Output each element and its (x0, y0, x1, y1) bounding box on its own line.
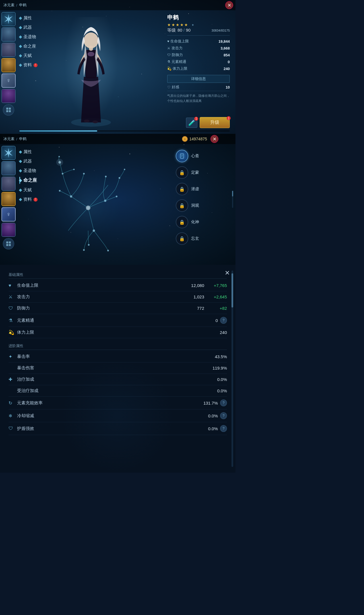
constellation-name-3: 潜虚 (191, 186, 199, 192)
sidebar-avatar-shenhe[interactable]: ♀ (1, 73, 16, 88)
sidebar-avatar-char1[interactable] (1, 27, 16, 42)
svg-rect-4 (9, 110, 11, 112)
upgrade-area: 🧪 1 升级 1 (186, 117, 230, 128)
svg-point-26 (83, 173, 85, 175)
constellation-name-4: 洞观 (191, 203, 199, 208)
stats-row-em: ⚗ 元素精通 0 ? (9, 314, 227, 327)
sidebar2-avatar-shenhe[interactable]: ♀ (1, 207, 16, 222)
def-stat-label: 防御力 (17, 306, 181, 311)
cooldown-help[interactable]: ? (220, 412, 227, 419)
svg-rect-15 (6, 244, 8, 246)
nav2-diamond-artifacts (19, 169, 22, 172)
stats-main-panel: ✕ 基础属性 ♥ 生命值上限 12,080 +7,765 ⚔ 攻击力 1,023… (0, 265, 235, 441)
breadcrumb-element: 冰元素 (3, 3, 15, 8)
svg-point-34 (124, 169, 125, 170)
sidebar2-avatar2[interactable] (1, 177, 16, 191)
def-stat-bonus: +82 (204, 306, 227, 311)
stat-row-energy: 💫 体力上限 240 (167, 65, 230, 72)
svg-point-38 (58, 161, 61, 164)
stats-row-hp: ♥ 生命值上限 12,080 +7,765 (9, 280, 227, 291)
advanced-stats-title: 进阶属性 (9, 342, 227, 350)
constellation-icon-6[interactable]: 🔒 (176, 232, 188, 245)
constellation-name-6: 忘玄 (191, 236, 199, 241)
nav-item-artifacts[interactable]: 圣遗物 (19, 34, 38, 40)
svg-point-7 (88, 52, 94, 56)
energy-recharge-help[interactable]: ? (220, 399, 227, 406)
cooldown-icon: ❄ (9, 413, 17, 419)
sidebar2-avatar-ice[interactable] (1, 146, 16, 160)
nav-item-constellation[interactable]: 命之座 (19, 43, 38, 50)
shield-help[interactable]: ? (220, 425, 227, 432)
nav-diamond-attributes (19, 17, 22, 20)
sidebar-avatar-purple[interactable] (1, 89, 16, 103)
incoming-healing-label: 受治疗加成 (17, 388, 204, 393)
cooldown-label: 冷却缩减 (17, 413, 195, 419)
crit-rate-label: 暴击率 (17, 354, 204, 359)
svg-rect-13 (6, 241, 8, 243)
nav2-label-profile: 资料 (23, 197, 32, 202)
energy-icon: 💫 (167, 67, 171, 71)
svg-point-24 (62, 173, 63, 175)
stat-value-energy: 240 (224, 67, 230, 71)
sidebar-grid-button[interactable] (3, 104, 14, 116)
energy-recharge-label: 元素充能效率 (17, 400, 195, 406)
constellation-node-6[interactable]: 🔒 忘玄 (176, 232, 227, 245)
sidebar-avatar-char2[interactable] (1, 43, 16, 57)
sidebar-avatar-ice[interactable] (1, 12, 16, 26)
constellation-node-4[interactable]: 🔒 洞观 (176, 199, 227, 212)
energy-recharge-icon: ↻ (9, 400, 17, 406)
svg-rect-1 (6, 108, 8, 110)
stat-label-def: 🛡 防御力 (167, 52, 183, 58)
shield-value: 0.0% (195, 426, 218, 431)
constellation-node-3[interactable]: 🔒 潜虚 (176, 183, 227, 195)
svg-marker-0 (5, 15, 13, 24)
stats-row-atk: ⚔ 攻击力 1,023 +2,645 (9, 291, 227, 303)
sidebar2-avatar1[interactable] (1, 161, 16, 175)
exp-display: 30834/83175 (212, 29, 230, 32)
nav-item-talents[interactable]: 天赋 (19, 52, 38, 59)
character-sidebar: ♀ (0, 10, 17, 116)
em-help-button[interactable]: ? (220, 317, 227, 324)
hp-stat-bonus: +7,765 (204, 283, 227, 288)
svg-rect-2 (9, 108, 11, 110)
hp-icon: ♥ (167, 39, 169, 43)
detail-info-button[interactable]: 详细信息 (167, 75, 230, 83)
constellation-node-5[interactable]: 🔒 化神 (176, 216, 227, 228)
constellation-icon-4[interactable]: 🔒 (176, 199, 188, 212)
constellation-icon-3[interactable]: 🔒 (176, 183, 188, 195)
def-icon: 🛡 (167, 53, 171, 57)
sidebar2-avatar-gold[interactable] (1, 192, 16, 206)
constellation-icon-2[interactable]: 🔒 (176, 166, 188, 179)
character-material-icon[interactable]: 🧪 1 (186, 118, 197, 128)
constellation-name-5: 化神 (191, 220, 199, 225)
sidebar2-avatar-purple[interactable] (1, 223, 16, 237)
upgrade-button[interactable]: 升级 1 (200, 117, 230, 128)
stat-label-em: ⚗ 元素精通 (167, 59, 186, 64)
hp-stat-icon: ♥ (9, 283, 17, 288)
constellation-node-2[interactable]: 🔒 定蒙 (176, 166, 227, 179)
stats-close-button[interactable]: ✕ (225, 269, 230, 277)
constellation-section: 冰元素 / 申鹤 ✦ 14974875 ✕ ♀ (0, 134, 235, 265)
sidebar2-grid-button[interactable] (3, 238, 14, 249)
crit-rate-value: 43.5% (204, 354, 227, 359)
affection-value: 10 (226, 85, 230, 89)
character-stats-panel: 申鹤 ★★★★★ ✦ 等级 80 / 90 30834/83175 ♥ 生命值上… (167, 14, 230, 103)
character-overview-section: 冰元素 / 申鹤 ✕ ♀ (0, 0, 235, 134)
constellation-icon-5[interactable]: 🔒 (176, 216, 188, 228)
stat-label-hp: ♥ 生命值上限 (167, 39, 189, 44)
nav-item-weapon[interactable]: 武器 (19, 24, 38, 31)
character-figure (60, 17, 122, 131)
nav-item-profile[interactable]: 资料 ! (19, 62, 38, 68)
constellation-node-1[interactable]: 心斋 (176, 150, 227, 162)
svg-point-20 (104, 200, 106, 202)
nav2-diamond-profile (19, 198, 22, 201)
nav-label-artifacts: 圣遗物 (23, 34, 36, 40)
constellation-icon-1[interactable] (176, 150, 188, 162)
close-button-2[interactable]: ✕ (210, 135, 218, 143)
nav-item-attributes[interactable]: 属性 (19, 15, 38, 21)
stats-row-crit-rate: ✦ 暴击率 43.5% (9, 351, 227, 362)
stat-row-atk: ⚔ 攻击力 3,668 (167, 45, 230, 52)
close-button[interactable]: ✕ (225, 1, 233, 9)
level-current: 80 (177, 28, 182, 32)
sidebar-avatar-gold[interactable] (1, 58, 16, 72)
